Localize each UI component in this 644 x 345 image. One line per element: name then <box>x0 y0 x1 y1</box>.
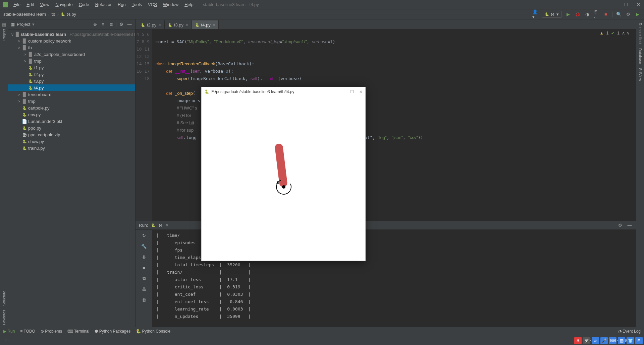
tree-item[interactable]: 🐍t4.py <box>8 84 135 91</box>
hide-icon[interactable]: — <box>126 21 132 27</box>
close-tab-icon[interactable]: × <box>158 22 161 27</box>
tray-icon[interactable]: 👕 <box>627 337 634 344</box>
tray-mic-icon[interactable]: 🎤 <box>600 337 608 344</box>
layout-icon[interactable]: ⧉ <box>139 275 149 282</box>
editor-tab[interactable]: 🐍t3.py× <box>165 20 192 29</box>
python-packages-tab[interactable]: ⬢ Python Packages <box>95 329 130 334</box>
popup-maximize-icon[interactable]: ☐ <box>350 89 354 94</box>
status-icon[interactable]: ▭ <box>3 337 9 343</box>
minimize-icon[interactable]: — <box>611 2 617 8</box>
hide-icon[interactable]: — <box>627 222 633 228</box>
tree-item[interactable]: 🐍env.py <box>8 111 135 118</box>
tray-icon[interactable]: ⊞ <box>635 337 643 344</box>
terminal-tool-tab[interactable]: ⌨ Terminal <box>67 329 89 334</box>
tree-item[interactable]: 🐍show.py <box>8 138 135 145</box>
menu-run[interactable]: Run <box>115 1 128 8</box>
popup-close-icon[interactable]: ✕ <box>359 89 363 94</box>
breadcrumb-project[interactable]: stable-baseline3 learn <box>3 12 46 17</box>
sciview-tab[interactable]: SciView <box>638 66 643 83</box>
python-console-tab[interactable]: 🐍 Python Console <box>136 329 170 334</box>
editor-tab[interactable]: 🐍t2.py× <box>138 20 165 29</box>
tree-item[interactable]: 🐍ppo.py <box>8 125 135 131</box>
trash-icon[interactable]: 🗑 <box>139 296 149 303</box>
problems-tool-tab[interactable]: ⊘ Problems <box>41 329 62 334</box>
tray-icon[interactable]: ☺ <box>592 337 599 344</box>
close-icon[interactable]: ✕ <box>635 2 641 8</box>
close-run-tab-icon[interactable]: × <box>166 223 168 228</box>
tree-item-label: t1.py <box>34 65 44 70</box>
stop-icon[interactable]: ■ <box>603 11 609 17</box>
menu-refactor[interactable]: Refactor <box>93 1 114 8</box>
tree-item[interactable]: v▉tb <box>8 44 135 51</box>
coverage-icon[interactable]: ◑ <box>584 11 590 17</box>
pendulum-window[interactable]: 🐍 F:/postgraduate/stable-baseline3 learn… <box>201 87 366 261</box>
wrench-icon[interactable]: 🔧 <box>139 243 149 250</box>
tray-icon[interactable]: ▦ <box>618 337 625 344</box>
expand-icon[interactable]: ≡ <box>100 21 106 27</box>
tray-keyboard-icon[interactable]: ⌨ <box>609 337 616 344</box>
menu-view[interactable]: View <box>37 1 52 8</box>
menu-navigate[interactable]: Navigate <box>53 1 75 8</box>
breadcrumb-file[interactable]: t4.py <box>67 12 76 17</box>
gear-icon[interactable]: ⚙ <box>118 21 124 27</box>
run-config-selector[interactable]: 🐍 t4 ▾ <box>542 11 562 18</box>
run-tool-tab[interactable]: ▶ Run <box>3 329 15 334</box>
tree-root[interactable]: v ▉ stable-baseline3 learn F:\postgradua… <box>8 31 135 38</box>
popup-titlebar[interactable]: 🐍 F:/postgraduate/stable-baseline3 learn… <box>202 87 365 96</box>
tree-item[interactable]: >▉tensorboard <box>8 91 135 98</box>
run-icon[interactable]: ▶ <box>565 11 571 17</box>
collapse-icon[interactable]: ≣ <box>108 21 114 27</box>
project-tool-icon[interactable]: ▦ <box>2 22 6 27</box>
tree-item[interactable]: >▉tmp <box>8 58 135 64</box>
profile-icon[interactable]: ⏱▾ <box>593 11 599 17</box>
menu-help[interactable]: Help <box>182 1 196 8</box>
tree-item[interactable]: 🐍t2.py <box>8 71 135 78</box>
rerun-icon[interactable]: ↻ <box>139 232 149 239</box>
print-icon[interactable]: 🖶 <box>139 285 149 293</box>
structure-tool-tab[interactable]: Structure <box>1 289 7 308</box>
close-tab-icon[interactable]: × <box>185 22 188 27</box>
event-log-tab[interactable]: ◔ Event Log <box>618 329 641 334</box>
tree-item[interactable]: 📄LunarLander3.pkl <box>8 118 135 125</box>
menu-window[interactable]: Window <box>160 1 181 8</box>
user-icon[interactable]: 👤▾ <box>532 11 538 17</box>
run-panel-tab[interactable]: t4 <box>159 223 162 228</box>
maximize-icon[interactable]: ☐ <box>623 2 629 8</box>
editor-tab[interactable]: 🐍t4.py× <box>192 20 219 29</box>
debug-icon[interactable]: 🐞 <box>575 11 581 17</box>
menu-tools[interactable]: Tools <box>129 1 145 8</box>
stop-icon[interactable]: ■ <box>139 264 149 271</box>
tray-lang-icon[interactable]: 英 <box>583 337 590 344</box>
favorites-tool-tab[interactable]: Favorites <box>1 308 7 327</box>
database-tab[interactable]: Database <box>638 46 643 66</box>
tree-item[interactable]: 🐍train0.py <box>8 145 135 151</box>
ime-icon[interactable]: S <box>574 337 582 344</box>
popup-minimize-icon[interactable]: — <box>341 89 345 94</box>
tree-item[interactable]: 🐍cartpole.py <box>8 105 135 111</box>
tree-item[interactable]: >▉tmp <box>8 98 135 105</box>
tree-item[interactable]: >▉a2c_cartpole_tensorboard <box>8 51 135 58</box>
play-deploy-icon[interactable]: ▶ <box>635 11 641 17</box>
main-menu: File Edit View Navigate Code Refactor Ru… <box>11 1 196 8</box>
menu-file[interactable]: File <box>11 1 23 8</box>
next-highlight-icon[interactable]: v <box>627 31 629 36</box>
breadcrumb-folder[interactable]: tb <box>52 12 55 17</box>
tree-item[interactable]: 🐍t3.py <box>8 78 135 84</box>
search-icon[interactable]: 🔍 <box>616 11 622 17</box>
locate-icon[interactable]: ⊕ <box>92 21 98 27</box>
prev-highlight-icon[interactable]: ʌ <box>622 31 625 36</box>
close-tab-icon[interactable]: × <box>213 22 215 27</box>
settings-icon[interactable]: ⚙ <box>625 11 631 17</box>
menu-code[interactable]: Code <box>76 1 92 8</box>
tree-item[interactable]: 🗜ppo_cartpole.zip <box>8 131 135 138</box>
project-tool-tab[interactable]: Project <box>1 27 7 43</box>
gear-icon[interactable]: ⚙ <box>617 222 623 228</box>
remote-host-tab[interactable]: Remote Host <box>638 21 643 46</box>
tree-item[interactable]: >▉custom policy network <box>8 38 135 44</box>
inspection-widget[interactable]: ▲1 ✔1 ʌ v <box>600 31 629 36</box>
down-icon[interactable]: ⇊ <box>139 253 149 261</box>
menu-vcs[interactable]: VCS <box>145 1 160 8</box>
tree-item[interactable]: 🐍t1.py <box>8 64 135 71</box>
todo-tool-tab[interactable]: ≡ TODO <box>20 329 35 334</box>
menu-edit[interactable]: Edit <box>24 1 37 8</box>
